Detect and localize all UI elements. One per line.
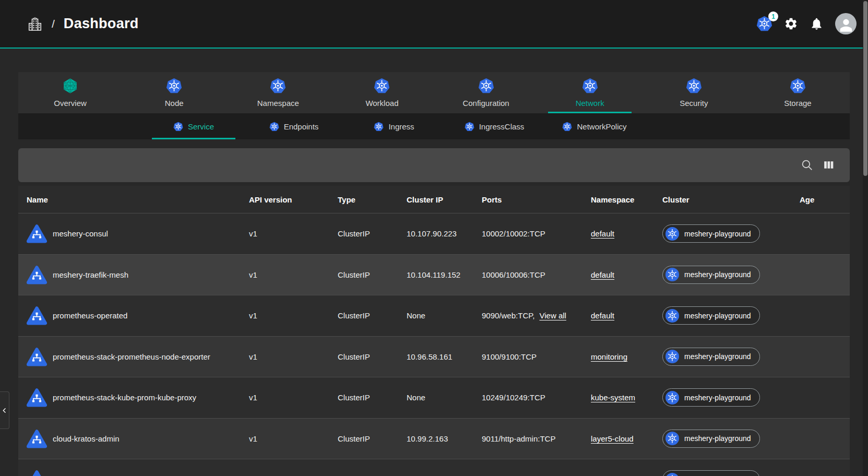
cluster-chip[interactable]: meshery-playground — [662, 266, 760, 284]
service-name: meshery-consul — [53, 229, 108, 238]
notifications-button[interactable] — [810, 17, 824, 31]
ports: 10006/10006:TCP — [482, 270, 591, 279]
service-name: prometheus-stack-prometheus-node-exporte… — [53, 352, 210, 361]
table-row[interactable]: meshery-traefik-mesh v1 ClusterIP 10.104… — [18, 255, 850, 296]
table-row[interactable]: prometheus-stack-kube-prom-kube-proxy v1… — [18, 377, 850, 419]
user-avatar[interactable] — [835, 13, 857, 34]
column-header[interactable]: API version — [249, 195, 338, 204]
cluster-chip[interactable]: meshery-playground — [662, 306, 760, 325]
service-name: prometheus-stack-kube-prom-kube-proxy — [53, 393, 196, 402]
subtab-ingressclass[interactable]: IngressClass — [444, 113, 544, 139]
namespace-link[interactable]: default — [591, 229, 614, 238]
service-icon — [27, 429, 47, 449]
namespace-link[interactable]: monitoring — [591, 352, 627, 361]
page-title: Dashboard — [64, 16, 139, 32]
service-name: meshery-traefik-mesh — [53, 270, 128, 279]
table-row[interactable]: prometheus-stack-prometheus-node-exporte… — [18, 337, 850, 378]
ports: 9090/web:TCP,View all — [482, 311, 591, 320]
person-icon — [837, 16, 855, 34]
ports: 9100/9100:TCP — [482, 352, 591, 361]
tab-network[interactable]: Network — [538, 72, 642, 113]
table-row[interactable]: cloud-kratos-admin v1 ClusterIP 10.99.2.… — [18, 419, 850, 460]
kubernetes-icon — [173, 122, 183, 132]
cluster-chip[interactable]: meshery-playground — [662, 348, 760, 366]
column-header[interactable]: Type — [338, 195, 407, 204]
kubernetes-icon — [562, 122, 572, 132]
chevron-left-icon — [1, 407, 8, 414]
cluster-count-badge: 1 — [768, 11, 778, 21]
kubernetes-icon — [582, 78, 598, 94]
kubernetes-icon — [374, 122, 384, 132]
service-icon — [27, 387, 47, 408]
drawer-collapse-handle[interactable] — [0, 391, 9, 429]
organization-icon[interactable] — [27, 16, 43, 32]
tab-security[interactable]: Security — [642, 72, 746, 113]
tab-overview[interactable]: Overview — [18, 72, 122, 113]
kubernetes-icon — [478, 78, 494, 94]
table-header-row: NameAPI versionTypeCluster IPPortsNamesp… — [18, 186, 850, 213]
kubernetes-icon — [269, 122, 279, 132]
ports: 9011/http-admin:TCP — [482, 434, 591, 443]
subtab-endpoints[interactable]: Endpoints — [244, 113, 344, 139]
tab-workload[interactable]: Workload — [330, 72, 434, 113]
app-header: / Dashboard 1 — [0, 0, 868, 49]
cluster-ip: 10.107.90.223 — [407, 229, 482, 238]
bell-icon — [810, 17, 824, 31]
subtab-networkpolicy[interactable]: NetworkPolicy — [544, 113, 645, 139]
cluster-chip[interactable]: meshery-playground — [662, 430, 760, 448]
scrollbar-thumb[interactable] — [863, 1, 867, 176]
namespace-link[interactable]: kube-system — [591, 393, 635, 402]
tab-namespace[interactable]: Namespace — [226, 72, 330, 113]
cluster-ip: 10.96.58.161 — [407, 352, 482, 361]
search-button[interactable] — [801, 159, 814, 172]
subtab-service[interactable]: Service — [144, 113, 244, 139]
view-all-link[interactable]: View all — [539, 311, 566, 320]
kubernetes-icon — [665, 268, 679, 281]
cluster-chip[interactable]: meshery-playground — [662, 470, 760, 476]
namespace-link[interactable]: default — [591, 311, 614, 320]
namespace-link[interactable]: layer5-cloud — [591, 434, 634, 443]
cluster-connection-button[interactable]: 1 — [756, 16, 772, 32]
cluster-chip[interactable]: meshery-playground — [662, 224, 760, 243]
ports: 10249/10249:TCP — [482, 393, 591, 402]
table-row[interactable]: meshery meshery-playground — [18, 459, 850, 476]
kubernetes-icon — [665, 309, 679, 323]
column-header[interactable]: Cluster — [662, 195, 800, 204]
service-icon — [27, 305, 47, 326]
service-icon — [27, 469, 47, 476]
kubernetes-icon — [374, 78, 390, 94]
cluster-chip[interactable]: meshery-playground — [662, 388, 760, 407]
view-columns-button[interactable] — [822, 159, 835, 172]
view-columns-icon — [822, 159, 835, 172]
kubernetes-icon — [166, 78, 182, 94]
ports: 10002/10002:TCP — [482, 229, 591, 238]
service-type: ClusterIP — [338, 434, 407, 443]
subtab-ingress[interactable]: Ingress — [344, 113, 444, 139]
kubernetes-icon — [270, 78, 286, 94]
api-version: v1 — [249, 229, 338, 238]
kubernetes-icon — [686, 78, 702, 94]
column-header[interactable]: Age — [800, 195, 850, 204]
table-toolbar — [18, 148, 850, 182]
breadcrumb-separator: / — [52, 18, 55, 30]
settings-button[interactable] — [784, 17, 798, 31]
services-table: NameAPI versionTypeCluster IPPortsNamesp… — [18, 186, 850, 476]
tab-node[interactable]: Node — [122, 72, 226, 113]
column-header[interactable]: Ports — [482, 195, 591, 204]
kubernetes-icon — [665, 350, 679, 363]
cluster-ip: None — [407, 393, 482, 402]
api-version: v1 — [249, 434, 338, 443]
table-row[interactable]: meshery-consul v1 ClusterIP 10.107.90.22… — [18, 213, 850, 255]
service-type: ClusterIP — [338, 393, 407, 402]
column-header[interactable]: Cluster IP — [407, 195, 482, 204]
meshery-logo-icon — [62, 78, 78, 94]
tab-configuration[interactable]: Configuration — [434, 72, 538, 113]
table-row[interactable]: prometheus-operated v1 ClusterIP None 90… — [18, 295, 850, 337]
column-header[interactable]: Namespace — [591, 195, 662, 204]
tab-storage[interactable]: Storage — [746, 72, 850, 113]
service-icon — [27, 265, 47, 285]
column-header[interactable]: Name — [27, 195, 249, 204]
namespace-link[interactable]: default — [591, 270, 614, 279]
kubernetes-icon — [790, 78, 806, 94]
api-version: v1 — [249, 270, 338, 279]
